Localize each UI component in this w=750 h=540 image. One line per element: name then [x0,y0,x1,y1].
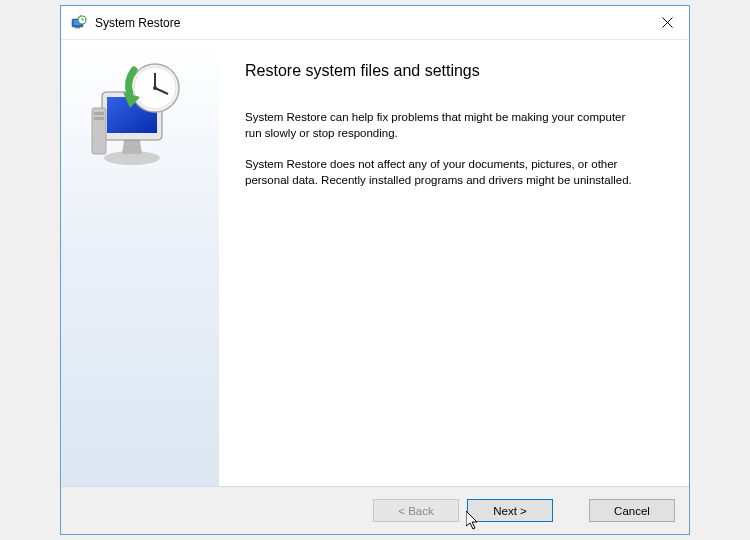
title-bar: System Restore [61,6,689,40]
wizard-window: System Restore [60,5,690,535]
wizard-footer: < Back Next > Cancel [61,486,689,534]
svg-rect-11 [94,112,104,115]
restore-illustration-icon [90,58,190,173]
svg-rect-2 [75,27,80,29]
page-heading: Restore system files and settings [245,62,661,80]
window-title: System Restore [95,16,645,30]
svg-rect-12 [94,117,104,120]
wizard-main-panel: Restore system files and settings System… [219,40,689,486]
cancel-button[interactable]: Cancel [589,499,675,522]
close-button[interactable] [645,7,689,39]
back-button: < Back [373,499,459,522]
intro-paragraph-1: System Restore can help fix problems tha… [245,110,645,141]
intro-paragraph-2: System Restore does not affect any of yo… [245,157,645,188]
svg-point-17 [153,86,157,90]
app-icon [71,15,87,31]
close-icon [662,17,673,28]
next-button[interactable]: Next > [467,499,553,522]
content-area: Restore system files and settings System… [61,40,689,486]
wizard-sidebar [61,40,219,486]
